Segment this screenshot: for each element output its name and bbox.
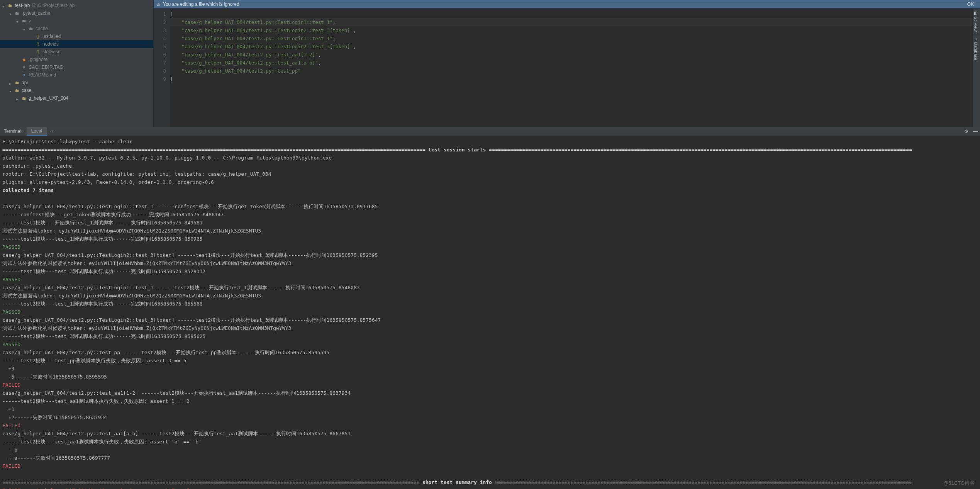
code-line[interactable]: ] bbox=[170, 75, 980, 83]
tree-label: g_helper_UAT_004 bbox=[29, 95, 68, 101]
file-icon: {} bbox=[35, 34, 41, 39]
tree-label: CACHEDIR.TAG bbox=[29, 65, 63, 70]
tree-item-.pytest_cache[interactable]: 🖿.pytest_cache bbox=[0, 9, 153, 17]
tree-item-README.md[interactable]: ✦README.md bbox=[0, 71, 153, 79]
line-number: 1 bbox=[154, 10, 166, 18]
folder-icon: 🖿 bbox=[7, 3, 13, 8]
terminal-line: PASSED bbox=[2, 275, 978, 284]
tree-label: test-lab bbox=[15, 3, 30, 8]
editor-gutter: 123456789 bbox=[154, 8, 170, 127]
tree-label: case bbox=[22, 88, 31, 93]
tree-item-api[interactable]: 🖿api bbox=[0, 79, 153, 87]
tree-arrow-icon bbox=[30, 34, 34, 38]
code-line[interactable]: "case/g_helper_UAT_004/test2.py::TestLog… bbox=[170, 34, 980, 42]
code-line[interactable]: "case/g_helper_UAT_004/test2.py::test_aa… bbox=[170, 51, 980, 59]
terminal-line: +3 bbox=[2, 365, 978, 373]
terminal-line: ------conftest模块---get_token测试脚本执行成功----… bbox=[2, 211, 978, 219]
terminal-line: case/g_helper_UAT_004/test2.py::test_aa1… bbox=[2, 389, 978, 397]
code-line[interactable]: "case/g_helper_UAT_004/test2.py::test_pp… bbox=[170, 67, 980, 75]
line-number: 9 bbox=[154, 75, 166, 83]
terminal-body[interactable]: E:\GitProject\test-lab>pytest --cache-cl… bbox=[0, 136, 980, 489]
line-number: 3 bbox=[154, 26, 166, 34]
terminal-add-button[interactable]: + bbox=[47, 127, 57, 136]
terminal-line: FAILED bbox=[2, 421, 978, 430]
tree-item-stepwise[interactable]: {}stepwise bbox=[0, 48, 153, 56]
tree-item-case[interactable]: 🖿case bbox=[0, 87, 153, 94]
terminal-line: PASSED bbox=[2, 340, 978, 348]
tree-item-v[interactable]: 🖿v bbox=[0, 17, 153, 25]
terminal-line: plugins: allure-pytest-2.9.43, Faker-8.1… bbox=[2, 178, 978, 186]
terminal-minimize-button[interactable]: — bbox=[971, 127, 980, 136]
terminal-line: ------test2模块---test_1测试脚本执行成功------完成时间… bbox=[2, 300, 978, 308]
terminal-line: rootdir: E:\GitProject\test-lab, configf… bbox=[2, 170, 978, 178]
terminal-line bbox=[2, 194, 978, 202]
tree-item-CACHEDIR.TAG[interactable]: ≡CACHEDIR.TAG bbox=[0, 63, 153, 71]
code-line[interactable]: "case/g_helper_UAT_004/test1.py::TestLog… bbox=[170, 26, 980, 34]
tree-item-cache[interactable]: 🖿cache bbox=[0, 25, 153, 32]
right-tool-strip: ◧ SciView ≡ Database bbox=[972, 8, 980, 127]
file-icon: ✦ bbox=[21, 72, 27, 78]
tree-arrow-icon[interactable] bbox=[9, 11, 13, 15]
terminal-line: -2------失败时间1635850575.8637934 bbox=[2, 413, 978, 421]
tree-arrow-icon bbox=[16, 73, 20, 77]
tree-arrow-icon[interactable] bbox=[9, 81, 13, 85]
code-line[interactable]: "case/g_helper_UAT_004/test2.py::test_aa… bbox=[170, 59, 980, 67]
tree-item-g_helper_UAT_004[interactable]: 🖿g_helper_UAT_004 bbox=[0, 94, 153, 102]
editor-banner: ⚠ You are editing a file which is ignore… bbox=[154, 0, 980, 8]
terminal-line: + a------失败时间1635850575.8697777 bbox=[2, 454, 978, 462]
tree-arrow-icon[interactable] bbox=[9, 88, 13, 92]
tree-arrow-icon[interactable] bbox=[23, 27, 27, 31]
watermark: @51CTO博客 bbox=[943, 480, 975, 487]
tree-label: api bbox=[22, 80, 28, 85]
toolwindow-database[interactable]: ≡ Database bbox=[973, 36, 979, 63]
tree-item-nodeids[interactable]: {}nodeids bbox=[0, 40, 153, 48]
banner-text: You are editing a file which is ignored bbox=[163, 2, 239, 7]
terminal-line: -5------失败时间1635850575.8595595 bbox=[2, 373, 978, 381]
tree-item-.gitignore[interactable]: ◆.gitignore bbox=[0, 56, 153, 63]
banner-ok-button[interactable]: OK bbox=[964, 2, 977, 7]
terminal-line: platform win32 -- Python 3.9.7, pytest-6… bbox=[2, 154, 978, 162]
folder-icon: 🖿 bbox=[14, 88, 20, 93]
terminal-line: collected 7 items bbox=[2, 186, 978, 194]
terminal-line: E:\GitProject\test-lab>pytest --cache-cl… bbox=[2, 138, 978, 146]
terminal-line: +1 bbox=[2, 405, 978, 413]
code-line[interactable]: "case/g_helper_UAT_004/test1.py::TestLog… bbox=[170, 18, 980, 26]
terminal-header: Terminal: Local + ⚙ — bbox=[0, 127, 980, 136]
tree-label: .pytest_cache bbox=[22, 10, 50, 16]
database-icon: ≡ bbox=[974, 38, 978, 41]
tree-label: v bbox=[29, 18, 31, 24]
code-line[interactable]: [ bbox=[170, 10, 980, 18]
editor[interactable]: 123456789 [ "case/g_helper_UAT_004/test1… bbox=[154, 8, 980, 127]
line-number: 7 bbox=[154, 59, 166, 67]
folder-icon: 🖿 bbox=[21, 18, 27, 24]
line-number: 5 bbox=[154, 42, 166, 51]
terminal-line: ------test2模块---test_aa1测试脚本执行失败，失败原因: a… bbox=[2, 397, 978, 405]
terminal-line: ========================================… bbox=[2, 146, 978, 154]
file-icon: {} bbox=[35, 41, 41, 47]
tree-item-lastfailed[interactable]: {}lastfailed bbox=[0, 32, 153, 40]
terminal-line: cachedir: .pytest_cache bbox=[2, 162, 978, 170]
line-number: 6 bbox=[154, 51, 166, 59]
line-number: 8 bbox=[154, 67, 166, 75]
toolwindow-sciview[interactable]: ◧ SciView bbox=[973, 8, 979, 34]
terminal-line: ------test2模块---test_pp测试脚本执行失败，失败原因: as… bbox=[2, 357, 978, 365]
terminal-settings-button[interactable]: ⚙ bbox=[961, 127, 971, 136]
terminal-line: ------test2模块---test_aa1测试脚本执行失败，失败原因: a… bbox=[2, 438, 978, 446]
tree-path: E:\GitProject\test-lab bbox=[32, 3, 75, 8]
terminal-line: 测试方法里面读token: eyJuYW1lIjoieHVhbm=ODVhZTQ… bbox=[2, 292, 978, 300]
code-line[interactable]: "case/g_helper_UAT_004/test2.py::TestLog… bbox=[170, 42, 980, 51]
tree-label: nodeids bbox=[42, 41, 59, 47]
terminal-tab-local[interactable]: Local bbox=[27, 127, 47, 136]
tree-label: .gitignore bbox=[29, 57, 47, 62]
folder-icon: 🖿 bbox=[28, 26, 34, 31]
tree-arrow-icon[interactable] bbox=[16, 96, 20, 100]
terminal-line: case/g_helper_UAT_004/test1.py::TestLogi… bbox=[2, 202, 978, 211]
warning-icon: ⚠ bbox=[157, 2, 161, 7]
tree-arrow-icon[interactable] bbox=[16, 19, 20, 23]
tree-item-test-lab[interactable]: 🖿test-labE:\GitProject\test-lab bbox=[0, 2, 153, 9]
terminal-line: - b bbox=[2, 446, 978, 454]
tree-arrow-icon[interactable] bbox=[2, 3, 6, 7]
editor-code[interactable]: [ "case/g_helper_UAT_004/test1.py::TestL… bbox=[170, 8, 980, 127]
terminal-line: ========================================… bbox=[2, 478, 978, 486]
terminal-line: PASSED bbox=[2, 308, 978, 316]
